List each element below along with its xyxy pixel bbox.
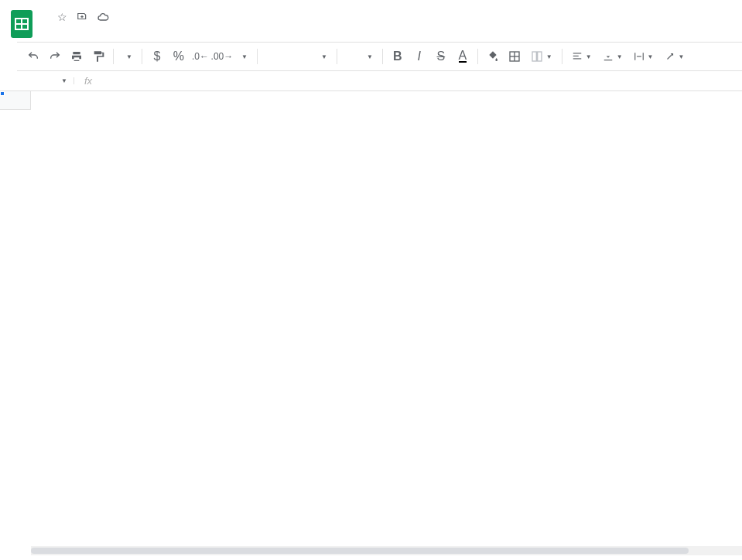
- percent-button[interactable]: %: [169, 46, 189, 67]
- paint-format-button[interactable]: [88, 46, 108, 67]
- name-box[interactable]: ▼: [0, 77, 74, 84]
- separator: [477, 49, 478, 64]
- chevron-down-icon: ▼: [241, 53, 248, 60]
- menu-file[interactable]: [43, 31, 56, 37]
- align-bottom-icon: [603, 51, 614, 62]
- cloud-icon: [97, 11, 109, 23]
- menu-edit[interactable]: [56, 31, 68, 37]
- text-rotation-button[interactable]: ▼: [660, 46, 689, 67]
- separator: [337, 49, 337, 64]
- chevron-down-icon: ▼: [546, 53, 552, 60]
- spreadsheet-grid[interactable]: [0, 91, 742, 555]
- select-all-corner[interactable]: [0, 91, 31, 110]
- svg-rect-9: [573, 53, 582, 53]
- separator: [113, 49, 114, 64]
- toolbar: ▼ $ % .0← .00→ ▼ ▼ ▼ B I S A ▼ ▼ ▼ ▼ ▼: [17, 42, 742, 71]
- font-dropdown[interactable]: ▼: [262, 46, 332, 67]
- menu-help[interactable]: [142, 31, 155, 37]
- rotation-icon: [665, 51, 675, 62]
- bold-button[interactable]: B: [388, 46, 408, 67]
- menu-bar: [43, 28, 733, 42]
- currency-button[interactable]: $: [147, 46, 167, 67]
- sheets-logo[interactable]: [9, 9, 34, 39]
- menu-view[interactable]: [68, 31, 80, 37]
- menu-extensions[interactable]: [130, 31, 142, 37]
- redo-button[interactable]: [45, 46, 65, 67]
- doc-title[interactable]: [43, 16, 50, 18]
- font-size-dropdown[interactable]: ▼: [342, 46, 378, 67]
- text-wrap-button[interactable]: ▼: [629, 46, 658, 67]
- chevron-down-icon: ▼: [679, 53, 685, 60]
- star-icon[interactable]: ☆: [57, 11, 67, 23]
- dec-decimal-button[interactable]: .0←: [190, 46, 210, 67]
- merge-icon: [531, 50, 543, 63]
- italic-button[interactable]: I: [409, 46, 429, 67]
- separator: [382, 49, 383, 64]
- menu-tools[interactable]: [118, 31, 130, 37]
- chevron-down-icon: ▼: [126, 53, 132, 60]
- print-button[interactable]: [67, 46, 87, 67]
- chevron-down-icon: ▼: [61, 77, 67, 84]
- menu-format[interactable]: [93, 31, 105, 37]
- menu-data[interactable]: [105, 31, 118, 37]
- v-align-button[interactable]: ▼: [598, 46, 627, 67]
- scrollbar-thumb[interactable]: [31, 548, 689, 554]
- align-left-icon: [572, 51, 583, 62]
- merge-cells-button[interactable]: ▼: [526, 46, 557, 67]
- separator: [257, 49, 258, 64]
- fill-color-button[interactable]: [483, 46, 503, 67]
- horizontal-scrollbar[interactable]: [31, 546, 742, 555]
- fx-icon: fx: [74, 75, 102, 87]
- undo-button[interactable]: [23, 46, 43, 67]
- menu-insert[interactable]: [80, 31, 93, 37]
- drive-status[interactable]: [97, 11, 112, 23]
- svg-rect-12: [604, 60, 612, 60]
- text-color-button[interactable]: A: [453, 46, 473, 67]
- chevron-down-icon: ▼: [321, 53, 327, 60]
- svg-rect-7: [532, 52, 536, 61]
- chevron-down-icon: ▼: [648, 53, 654, 60]
- svg-rect-11: [573, 58, 582, 59]
- wrap-icon: [634, 51, 645, 62]
- move-icon[interactable]: [77, 11, 87, 24]
- borders-button[interactable]: [504, 46, 525, 67]
- chevron-down-icon: ▼: [586, 53, 592, 60]
- number-format-dropdown[interactable]: ▼: [234, 46, 252, 67]
- chevron-down-icon: ▼: [367, 53, 373, 60]
- zoom-dropdown[interactable]: ▼: [118, 46, 137, 67]
- svg-rect-8: [538, 52, 542, 61]
- separator: [562, 49, 562, 64]
- separator: [142, 49, 142, 64]
- h-align-button[interactable]: ▼: [567, 46, 597, 67]
- strikethrough-button[interactable]: S: [431, 46, 451, 67]
- svg-rect-10: [573, 56, 579, 56]
- inc-decimal-button[interactable]: .00→: [212, 46, 232, 67]
- chevron-down-icon: ▼: [617, 53, 623, 60]
